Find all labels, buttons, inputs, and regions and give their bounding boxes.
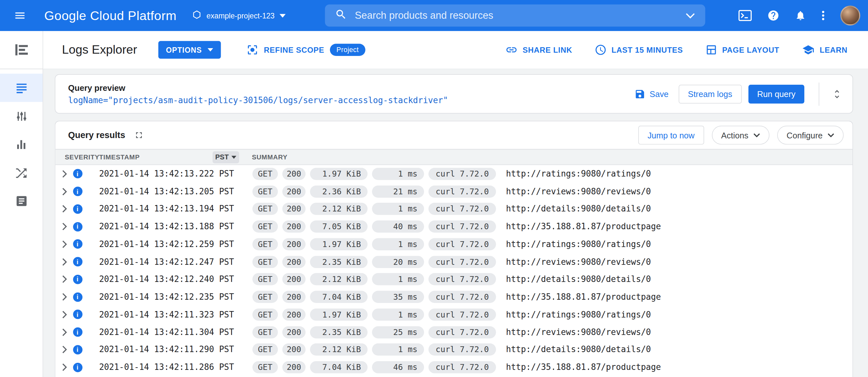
expand-row-chevron-icon[interactable] (58, 258, 70, 266)
log-row[interactable]: 2021-01-14 13:42:11.323 PST GET 200 1.97… (55, 306, 852, 323)
expand-editor-icon[interactable] (829, 86, 845, 102)
http-method-chip[interactable]: GET (252, 273, 278, 286)
response-size-chip[interactable]: 1.97 KiB (310, 309, 367, 321)
fullscreen-icon[interactable] (133, 129, 145, 141)
expand-row-chevron-icon[interactable] (58, 240, 70, 248)
run-query-button[interactable]: Run query (748, 84, 804, 103)
refine-scope-button[interactable]: REFINE SCOPE Project (246, 44, 366, 56)
response-size-chip[interactable]: 7.05 KiB (310, 221, 367, 233)
http-status-chip[interactable]: 200 (282, 309, 306, 321)
actions-button[interactable]: Actions (712, 126, 769, 145)
sidebar-item-logs-storage[interactable] (0, 186, 43, 215)
expand-row-chevron-icon[interactable] (58, 223, 70, 231)
log-row[interactable]: 2021-01-14 13:42:13.188 PST GET 200 7.05… (55, 218, 852, 235)
expand-row-chevron-icon[interactable] (58, 364, 70, 371)
response-size-chip[interactable]: 2.12 KiB (310, 344, 367, 356)
latency-chip[interactable]: 1 ms (372, 238, 424, 250)
user-agent-chip[interactable]: curl 7.72.0 (429, 344, 496, 356)
http-method-chip[interactable]: GET (252, 326, 278, 338)
http-method-chip[interactable]: GET (252, 256, 278, 268)
expand-row-chevron-icon[interactable] (58, 311, 70, 318)
latency-chip[interactable]: 1 ms (372, 168, 424, 180)
http-status-chip[interactable]: 200 (282, 168, 306, 180)
log-row[interactable]: 2021-01-14 13:42:13.194 PST GET 200 2.12… (55, 200, 852, 218)
http-method-chip[interactable]: GET (252, 344, 278, 356)
log-row[interactable]: 2021-01-14 13:42:11.286 PST GET 200 7.04… (55, 358, 852, 376)
user-agent-chip[interactable]: curl 7.72.0 (429, 291, 496, 303)
http-status-chip[interactable]: 200 (282, 273, 306, 286)
user-agent-chip[interactable]: curl 7.72.0 (429, 185, 496, 198)
avatar[interactable] (840, 5, 860, 26)
search-dropdown-icon[interactable] (685, 12, 695, 19)
expand-row-chevron-icon[interactable] (58, 170, 70, 178)
expand-row-chevron-icon[interactable] (58, 293, 70, 301)
user-agent-chip[interactable]: curl 7.72.0 (429, 168, 496, 180)
latency-chip[interactable]: 35 ms (372, 291, 424, 303)
page-layout-button[interactable]: PAGE LAYOUT (705, 44, 779, 56)
expand-row-chevron-icon[interactable] (58, 276, 70, 283)
http-status-chip[interactable]: 200 (282, 326, 306, 338)
sidebar-item-logs-metrics[interactable] (0, 130, 43, 158)
user-agent-chip[interactable]: curl 7.72.0 (429, 273, 496, 286)
expand-row-chevron-icon[interactable] (58, 187, 70, 195)
latency-chip[interactable]: 40 ms (372, 221, 424, 233)
kebab-menu-icon[interactable] (822, 9, 825, 22)
latency-chip[interactable]: 25 ms (372, 326, 424, 338)
response-size-chip[interactable]: 7.04 KiB (310, 291, 367, 303)
log-row[interactable]: 2021-01-14 13:42:13.205 PST GET 200 2.36… (55, 183, 852, 200)
search-input[interactable] (355, 10, 678, 21)
notifications-bell-icon[interactable] (795, 9, 806, 22)
menu-icon[interactable] (13, 9, 27, 22)
cloud-shell-icon[interactable] (738, 10, 752, 21)
response-size-chip[interactable]: 2.35 KiB (310, 326, 367, 338)
http-method-chip[interactable]: GET (252, 291, 278, 303)
user-agent-chip[interactable]: curl 7.72.0 (429, 221, 496, 233)
http-method-chip[interactable]: GET (252, 168, 278, 180)
http-status-chip[interactable]: 200 (282, 256, 306, 268)
latency-chip[interactable]: 1 ms (372, 309, 424, 321)
latency-chip[interactable]: 1 ms (372, 344, 424, 356)
timezone-selector[interactable]: PST (213, 151, 239, 163)
http-status-chip[interactable]: 200 (282, 361, 306, 373)
time-range-button[interactable]: LAST 15 MINUTES (594, 44, 683, 56)
log-row[interactable]: 2021-01-14 13:42:12.247 PST GET 200 2.35… (55, 253, 852, 270)
response-size-chip[interactable]: 2.12 KiB (310, 203, 367, 215)
help-icon[interactable] (767, 9, 779, 22)
response-size-chip[interactable]: 1.97 KiB (310, 168, 367, 180)
jump-to-now-button[interactable]: Jump to now (638, 126, 704, 145)
project-switcher[interactable]: example-project-123 (192, 10, 286, 21)
log-row[interactable]: 2021-01-14 13:42:11.304 PST GET 200 2.35… (55, 323, 852, 341)
expand-row-chevron-icon[interactable] (58, 205, 70, 213)
user-agent-chip[interactable]: curl 7.72.0 (429, 238, 496, 250)
search-bar[interactable] (325, 4, 706, 27)
latency-chip[interactable]: 1 ms (372, 203, 424, 215)
user-agent-chip[interactable]: curl 7.72.0 (429, 203, 496, 215)
http-status-chip[interactable]: 200 (282, 221, 306, 233)
log-row[interactable]: 2021-01-14 13:42:11.290 PST GET 200 2.12… (55, 341, 852, 358)
user-agent-chip[interactable]: curl 7.72.0 (429, 309, 496, 321)
http-method-chip[interactable]: GET (252, 221, 278, 233)
response-size-chip[interactable]: 1.97 KiB (310, 238, 367, 250)
log-row[interactable]: 2021-01-14 13:42:12.235 PST GET 200 7.04… (55, 288, 852, 306)
response-size-chip[interactable]: 7.04 KiB (310, 361, 367, 373)
expand-row-chevron-icon[interactable] (58, 346, 70, 354)
sidebar-item-logs-explorer[interactable] (0, 74, 43, 102)
user-agent-chip[interactable]: curl 7.72.0 (429, 361, 496, 373)
http-status-chip[interactable]: 200 (282, 291, 306, 303)
log-row[interactable]: 2021-01-14 13:42:12.240 PST GET 200 2.12… (55, 271, 852, 288)
sidebar-item-logging-home[interactable] (0, 31, 43, 69)
latency-chip[interactable]: 20 ms (372, 256, 424, 268)
configure-button[interactable]: Configure (777, 126, 844, 145)
response-size-chip[interactable]: 2.36 KiB (310, 185, 367, 198)
stream-logs-button[interactable]: Stream logs (679, 84, 742, 103)
http-status-chip[interactable]: 200 (282, 238, 306, 250)
http-method-chip[interactable]: GET (252, 238, 278, 250)
response-size-chip[interactable]: 2.35 KiB (310, 256, 367, 268)
http-status-chip[interactable]: 200 (282, 185, 306, 198)
log-row[interactable]: 2021-01-14 13:42:13.222 PST GET 200 1.97… (55, 165, 852, 182)
http-status-chip[interactable]: 200 (282, 203, 306, 215)
user-agent-chip[interactable]: curl 7.72.0 (429, 256, 496, 268)
sidebar-item-logs-dashboard[interactable] (0, 102, 43, 130)
latency-chip[interactable]: 21 ms (372, 185, 424, 198)
options-button[interactable]: OPTIONS (158, 41, 221, 59)
